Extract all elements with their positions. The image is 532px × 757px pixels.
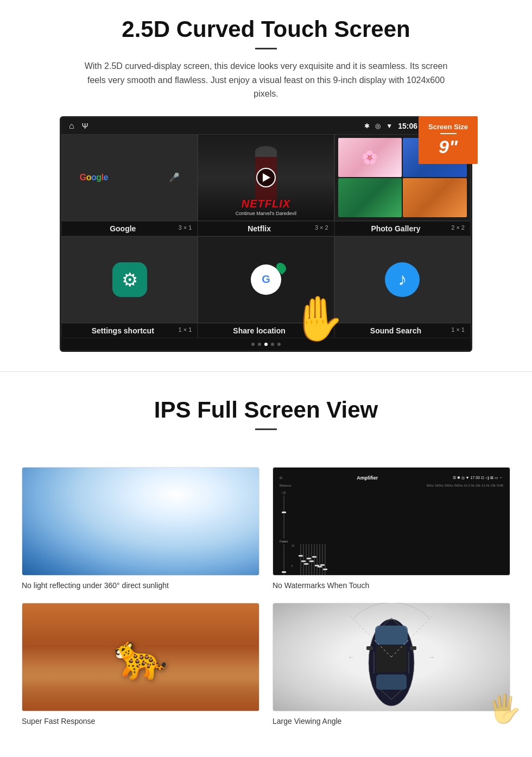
eq-bar-1	[300, 544, 301, 576]
section1-description: With 2.5D curved-display screen, this de…	[76, 59, 456, 101]
music-icon-wrap: ♪	[385, 262, 420, 297]
amp-status-icons: ☰ ✱ ◎ ▼ 17:33 ⊡ ◁) ⊠ ▭ ←	[453, 476, 503, 480]
settings-app-name: Settings shortcut	[92, 326, 154, 335]
sound-label-cell: Sound Search 1 × 1	[334, 323, 471, 338]
eq-bar-9	[322, 544, 323, 576]
amp-title: Amplifier	[357, 475, 378, 481]
section2-heading: IPS Full Screen View	[33, 397, 499, 423]
netflix-app-size: 3 × 2	[315, 224, 328, 231]
cheetah-image: 🐆	[22, 603, 259, 711]
photo-thumb-4	[403, 178, 467, 217]
status-bar: ⌂ Ψ ✱ ◎ ▼ 15:06 ⊡ ◁) ⊠ ▭	[61, 118, 471, 134]
photo-thumb-1: 🌸	[338, 138, 402, 177]
eq-bar-2	[303, 544, 304, 576]
maps-pin	[274, 261, 288, 274]
settings-app-size: 1 × 1	[179, 326, 192, 333]
location-icon: ◎	[375, 122, 381, 130]
vol-label: ◁)	[282, 490, 286, 494]
heading-divider	[255, 48, 277, 49]
netflix-app-cell[interactable]: NETFLIX Continue Marvel's Daredevil	[198, 134, 334, 221]
dot-4	[271, 343, 274, 346]
section-ips-screen: IPS Full Screen View	[0, 392, 532, 456]
amplifier-visual: ⌂ Amplifier ☰ ✱ ◎ ▼ 17:33 ⊡ ◁) ⊠ ▭ ← Bal…	[276, 471, 506, 572]
vol-thumb	[282, 512, 286, 513]
angle-arcs	[337, 603, 446, 711]
dot-2	[258, 343, 261, 346]
app-grid-row2: ⚙ G 🤚 ♪	[61, 236, 471, 323]
netflix-logo-text: NETFLIX	[202, 198, 329, 210]
section-divider	[0, 371, 532, 372]
status-time: 15:06	[398, 122, 417, 130]
google-app-cell[interactable]: Google 🎤	[61, 134, 198, 221]
netflix-subtitle: Continue Marvel's Daredevil	[202, 211, 329, 216]
gallery-label-cell: Photo Gallery 2 × 2	[334, 221, 471, 236]
sunlight-visual	[22, 468, 259, 575]
section-curved-screen: 2.5D Curved Touch Screen With 2.5D curve…	[0, 0, 532, 352]
car-label: Large Viewing Angle	[273, 717, 510, 726]
app-label-row1: Google 3 × 1 Netflix 3 × 2 Photo Gallery…	[61, 221, 471, 236]
fader-track	[283, 544, 284, 576]
amp-sliders[interactable]: ◁) Fader 10	[280, 488, 503, 576]
share-label-cell: Share location 1 × 1	[198, 323, 334, 338]
bluetooth-icon: ✱	[364, 122, 370, 130]
amp-balance-label: Balance	[280, 484, 292, 487]
cheetah-visual: 🐆	[22, 603, 259, 711]
sound-app-size: 1 × 1	[451, 326, 465, 333]
gallery-app-name: Photo Gallery	[371, 224, 420, 233]
settings-icon-wrap: ⚙	[112, 262, 147, 297]
dot-3	[264, 343, 268, 346]
eq-bar-5	[311, 544, 312, 576]
google-app-name: Google	[110, 224, 136, 233]
photo-thumb-3	[338, 178, 402, 217]
netflix-info: NETFLIX Continue Marvel's Daredevil	[198, 193, 333, 220]
home-icon: ⌂	[69, 121, 74, 131]
device-mockup: Screen Size 9" ⌂ Ψ ✱ ◎ ▼ 15:06 ⊡ ◁) ⊠	[60, 116, 472, 352]
sound-search-cell[interactable]: ♪	[334, 236, 471, 323]
netflix-label-cell: Netflix 3 × 2	[198, 221, 334, 236]
share-location-cell[interactable]: G 🤚	[198, 236, 334, 323]
screen-size-badge: Screen Size 9"	[419, 116, 478, 164]
fader-label: Fader	[280, 540, 288, 543]
app-grid-row1: Google 🎤	[61, 134, 471, 221]
settings-app-cell[interactable]: ⚙	[61, 236, 198, 323]
section2-divider	[255, 428, 277, 430]
amp-freq-labels: 60hz 100hz 200hz 500hz 1k 2.5k 10k 12.5k…	[427, 484, 503, 487]
google-search-bar[interactable]: Google 🎤	[72, 169, 187, 186]
feature-cheetah: 🐆 Super Fast Response	[22, 603, 259, 726]
eq-bar-10	[325, 544, 326, 576]
amp-home-icon: ⌂	[280, 475, 282, 480]
google-app-size: 3 × 1	[179, 224, 192, 231]
eq-bar-7	[316, 544, 318, 576]
eq-bar-group	[300, 544, 503, 576]
vol-track	[283, 495, 284, 539]
badge-size: 9"	[439, 136, 458, 157]
amp-slider-group: ◁) Fader 10	[280, 490, 503, 576]
mic-icon[interactable]: 🎤	[169, 172, 180, 182]
netflix-play-button[interactable]	[256, 168, 276, 187]
sunlight-image	[22, 467, 259, 576]
feature-grid: No light reflecting under 360° direct su…	[0, 456, 532, 742]
play-icon	[263, 173, 270, 182]
music-note-icon: ♪	[398, 269, 407, 289]
y-axis: 10 0 -10	[292, 544, 299, 576]
feature-car: ← → Large Viewing Angle	[273, 603, 510, 726]
feature-amplifier: ⌂ Amplifier ☰ ✱ ◎ ▼ 17:33 ⊡ ◁) ⊠ ▭ ← Bal…	[273, 467, 510, 590]
gallery-app-size: 2 × 2	[451, 224, 465, 231]
car-image: ← →	[273, 603, 510, 711]
eq-bar-6	[314, 544, 315, 576]
share-app-size: 1 × 1	[315, 326, 328, 333]
amplifier-image: ⌂ Amplifier ☰ ✱ ◎ ▼ 17:33 ⊡ ◁) ⊠ ▭ ← Bal…	[273, 467, 510, 576]
google-label-cell: Google 3 × 1	[61, 221, 198, 236]
status-left-icons: ⌂ Ψ	[69, 121, 88, 131]
eq-sliders: 10 0 -10	[292, 544, 503, 576]
section1-heading: 2.5D Curved Touch Screen	[33, 16, 499, 42]
netflix-bg: NETFLIX Continue Marvel's Daredevil	[198, 135, 333, 220]
dot-5	[277, 343, 281, 346]
car-visual: ← →	[273, 603, 510, 711]
google-logo: Google	[80, 173, 108, 182]
app-label-row2: Settings shortcut 1 × 1 Share location 1…	[61, 323, 471, 338]
share-app-name: Share location	[233, 326, 285, 335]
wifi-icon: ▼	[386, 122, 392, 130]
sunlight-label: No light reflecting under 360° direct su…	[22, 581, 259, 590]
eq-bar-3	[306, 544, 307, 576]
